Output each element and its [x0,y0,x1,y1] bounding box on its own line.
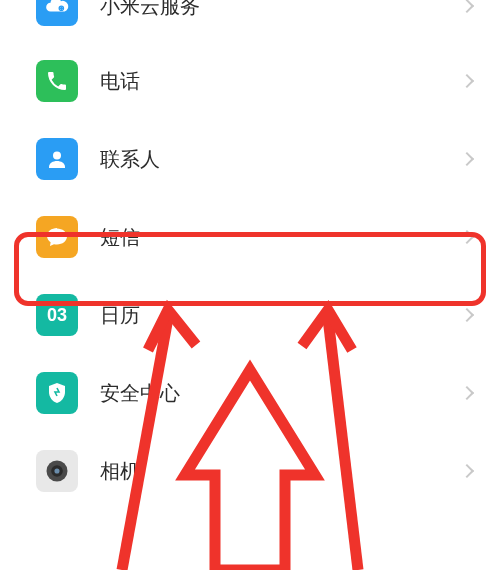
item-label: 相机 [100,458,462,485]
settings-list: 小米云服务 电话 联系人 短信 03 日历 安全中心 [0,0,500,510]
item-label: 安全中心 [100,380,462,407]
list-item-phone[interactable]: 电话 [0,42,500,120]
chevron-right-icon [460,464,474,478]
svg-point-1 [53,152,61,160]
list-item-contact[interactable]: 联系人 [0,120,500,198]
list-item-calendar[interactable]: 03 日历 [0,276,500,354]
chevron-right-icon [460,152,474,166]
chevron-right-icon [460,0,474,13]
sms-icon [36,216,78,258]
contact-icon [36,138,78,180]
item-label: 日历 [100,302,462,329]
list-item-sms[interactable]: 短信 [0,198,500,276]
list-item-camera[interactable]: 相机 [0,432,500,510]
list-item-security[interactable]: 安全中心 [0,354,500,432]
chevron-right-icon [460,308,474,322]
item-label: 小米云服务 [100,0,462,20]
chevron-right-icon [460,230,474,244]
item-label: 联系人 [100,146,462,173]
camera-icon [36,450,78,492]
calendar-badge: 03 [47,305,67,326]
calendar-icon: 03 [36,294,78,336]
phone-icon [36,60,78,102]
item-label: 短信 [100,224,462,251]
item-label: 电话 [100,68,462,95]
list-item-cloud[interactable]: 小米云服务 [0,0,500,42]
chevron-right-icon [460,386,474,400]
cloud-icon [36,0,78,26]
svg-point-4 [54,468,59,473]
chevron-right-icon [460,74,474,88]
shield-icon [36,372,78,414]
